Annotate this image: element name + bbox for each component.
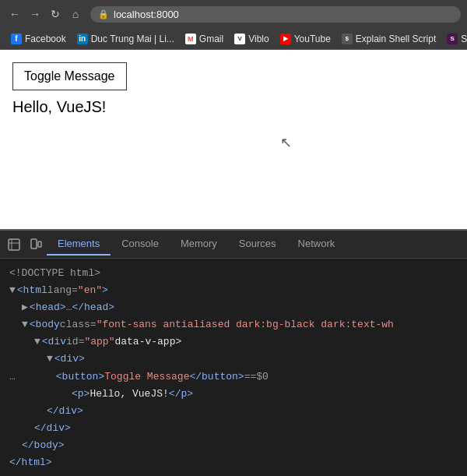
address-bar[interactable]: 🔒 localhost:8000 [90, 6, 461, 23]
tab-elements[interactable]: Elements [47, 233, 111, 256]
bookmark-viblo-label: Viblo [248, 33, 269, 44]
body-expand-arrow[interactable]: ▼ [22, 316, 28, 333]
html-expand-arrow[interactable]: ▼ [9, 282, 16, 299]
bookmark-youtube-label: YouTube [294, 33, 331, 44]
bookmarks-bar: f Facebook in Duc Trung Mai | Li... M Gm… [0, 28, 467, 50]
code-line-html-close: </html> [9, 454, 458, 471]
forward-button[interactable]: → [26, 5, 44, 23]
bookmark-linkedin[interactable]: in Duc Trung Mai | Li... [72, 32, 179, 46]
linkedin-favicon: in [77, 33, 88, 44]
div-app-expand-arrow[interactable]: ▼ [34, 333, 40, 351]
code-line-div-app: ▼ <div id="app" data-v-app> [9, 333, 458, 351]
nav-bar: ← → ↻ ⌂ 🔒 localhost:8000 [0, 0, 467, 28]
secure-icon: 🔒 [98, 9, 109, 19]
svg-rect-3 [31, 239, 37, 249]
svg-rect-0 [9, 239, 19, 250]
code-line-html: ▼ <html lang="en" > [9, 282, 458, 299]
tab-sources[interactable]: Sources [228, 233, 287, 256]
bookmark-youtube[interactable]: ▶ YouTube [276, 32, 335, 46]
viblo-favicon: V [234, 33, 245, 44]
tab-console[interactable]: Console [111, 233, 170, 256]
nav-buttons: ← → ↻ ⌂ [6, 5, 84, 23]
hello-text: Hello, VueJS! [12, 98, 455, 116]
devtools-tabs: Elements Console Memory Sources Network [0, 231, 467, 259]
bookmark-explain-shell[interactable]: $ Explain Shell Script [337, 32, 441, 46]
code-line-body: ▼ <body class="font-sans antialiased dar… [9, 316, 458, 333]
back-button[interactable]: ← [6, 5, 23, 23]
head-expand-arrow[interactable]: ▶ [22, 299, 28, 316]
code-line-button: … <button>Toggle Message</button> == $0 [9, 368, 458, 386]
bookmark-gmail-label: Gmail [199, 33, 223, 44]
browser-chrome: ← → ↻ ⌂ 🔒 localhost:8000 f Facebook in D… [0, 0, 467, 50]
bookmark-linkedin-label: Duc Trung Mai | Li... [91, 33, 174, 44]
tab-network[interactable]: Network [287, 233, 346, 256]
code-line-div-close1: </div> [9, 403, 458, 420]
code-line-head: ▶ <head> … </head> [9, 299, 458, 316]
page-content: Toggle Message Hello, VueJS! ↖ [0, 50, 467, 229]
bookmark-explain-shell-label: Explain Shell Script [356, 33, 436, 44]
bookmark-facebook-label: Facebook [25, 33, 66, 44]
steam-slack-favicon: S [447, 33, 458, 44]
home-button[interactable]: ⌂ [67, 5, 84, 23]
youtube-favicon: ▶ [280, 33, 291, 44]
bookmark-steam-slack-label: Steam-Slack [461, 33, 467, 44]
devtools-inspect-icon[interactable] [3, 235, 25, 254]
refresh-button[interactable]: ↻ [47, 5, 64, 23]
svg-rect-4 [38, 242, 41, 247]
code-line-body-close: </body> [9, 437, 458, 454]
devtools-panel: Elements Console Memory Sources Network … [0, 229, 467, 476]
code-line-div-close2: </div> [9, 420, 458, 437]
div-inner-expand-arrow[interactable]: ▼ [47, 351, 53, 368]
facebook-favicon: f [11, 33, 22, 44]
bookmark-gmail[interactable]: M Gmail [181, 32, 228, 46]
tab-memory[interactable]: Memory [170, 233, 228, 256]
code-line-p: <p>Hello, VueJS!</p> [9, 386, 458, 403]
address-text: localhost:8000 [114, 9, 179, 20]
toggle-message-button[interactable]: Toggle Message [12, 62, 127, 90]
code-line-div-inner: ▼ <div> [9, 351, 458, 368]
gmail-favicon: M [185, 33, 196, 44]
bookmark-facebook[interactable]: f Facebook [6, 32, 71, 46]
devtools-code-content: <!DOCTYPE html> ▼ <html lang="en" > ▶ <h… [0, 259, 467, 476]
explain-shell-favicon: $ [342, 33, 353, 44]
devtools-device-icon[interactable] [25, 235, 47, 254]
bookmark-viblo[interactable]: V Viblo [230, 32, 273, 46]
code-line-doctype: <!DOCTYPE html> [9, 265, 458, 282]
bookmark-steam-slack[interactable]: S Steam-Slack [442, 32, 467, 46]
cursor-indicator: ↖ [280, 134, 292, 151]
